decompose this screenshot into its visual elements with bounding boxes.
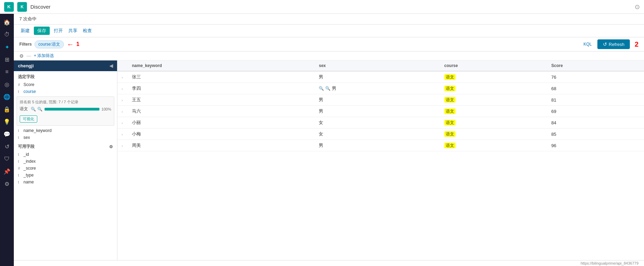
expand-cell[interactable]: › bbox=[117, 106, 128, 117]
field-stat-bar-wrap: 🔍 🔍 100% bbox=[31, 107, 111, 112]
table-row[interactable]: › 张三 男 语文 76 bbox=[117, 71, 644, 83]
save-button[interactable]: 保存 bbox=[34, 27, 50, 35]
cell-score: 96 bbox=[547, 140, 644, 151]
field-score[interactable]: # Score bbox=[14, 81, 117, 88]
new-button[interactable]: 新建 bbox=[19, 27, 31, 35]
cell-course: 语文 bbox=[440, 106, 547, 117]
field-_score[interactable]: # _score bbox=[14, 165, 117, 172]
table-row[interactable]: › 周美 男 语文 96 bbox=[117, 140, 644, 151]
collapse-arrow[interactable]: ◀ bbox=[109, 63, 113, 68]
field-stat-icons: 🔍 🔍 bbox=[31, 107, 42, 112]
course-tag: 语文 bbox=[444, 108, 455, 114]
cell-sex: 男 bbox=[315, 106, 440, 117]
nav-clock-icon[interactable]: ⏱ bbox=[1, 29, 12, 40]
field-_id[interactable]: t _id bbox=[14, 151, 117, 158]
app-title: Discover bbox=[30, 4, 631, 10]
cell-sex: 🔍 🔍 男 bbox=[315, 83, 440, 94]
settings-icon[interactable]: ⚙ bbox=[19, 53, 24, 59]
mag-icon-1[interactable]: 🔍 bbox=[319, 86, 324, 91]
available-fields-title: 可用字段 bbox=[18, 144, 35, 150]
expand-cell[interactable]: › bbox=[117, 94, 128, 106]
field-stat-pct: 100% bbox=[102, 107, 111, 111]
visualize-button[interactable]: 可视化 bbox=[20, 115, 37, 123]
field-type-_type: t bbox=[18, 173, 22, 177]
cell-sex: 男 bbox=[315, 71, 440, 83]
sidebar: chengji ◀ 选定字段 # Score t course 排名前 5 位的… bbox=[14, 60, 117, 260]
field-course[interactable]: t course bbox=[14, 88, 117, 95]
expand-cell[interactable]: › bbox=[117, 117, 128, 129]
open-button[interactable]: 打开 bbox=[52, 27, 64, 35]
nav-chat-icon[interactable]: 💬 bbox=[1, 129, 12, 140]
table-row[interactable]: › 马六 男 语文 69 bbox=[117, 106, 644, 117]
field-name[interactable]: t name bbox=[14, 179, 117, 186]
field-type-name: t bbox=[18, 180, 22, 184]
zoom-out-icon[interactable]: 🔍 bbox=[37, 107, 42, 112]
field-_type[interactable]: t _type bbox=[14, 172, 117, 179]
table-row[interactable]: › 小丽 女 语文 84 bbox=[117, 117, 644, 129]
filters-bar: Filters course:语文 ← 1 KQL ↺ Refresh 2 bbox=[14, 37, 644, 51]
expand-arrow[interactable]: › bbox=[122, 110, 123, 114]
field-detail-course: 排名前 5 位的值, 范围: 7 / 7 个记录 语文 🔍 🔍 100% bbox=[17, 96, 114, 126]
nav-globe-icon[interactable]: 🌐 bbox=[1, 91, 12, 102]
expand-arrow[interactable]: › bbox=[122, 98, 123, 102]
filter-tag-course[interactable]: course:语文 bbox=[35, 40, 64, 48]
nav-gear-icon[interactable]: ⚙ bbox=[1, 178, 12, 189]
field-type-_index: t bbox=[18, 159, 22, 163]
expand-cell[interactable]: › bbox=[117, 71, 128, 83]
field-_index[interactable]: t _index bbox=[14, 158, 117, 165]
expand-arrow[interactable]: › bbox=[122, 75, 123, 79]
cell-score: 85 bbox=[547, 129, 644, 140]
cell-score: 68 bbox=[547, 83, 644, 94]
course-tag: 语文 bbox=[444, 97, 455, 103]
expand-cell[interactable]: › bbox=[117, 129, 128, 140]
refresh-button[interactable]: ↺ Refresh bbox=[597, 39, 630, 49]
table-row[interactable]: › 李四 🔍 🔍 男 语文 68 bbox=[117, 83, 644, 94]
refresh-icon: ↺ bbox=[603, 41, 607, 47]
field-label-_type: _type bbox=[23, 173, 33, 178]
nav-bulb-icon[interactable]: 💡 bbox=[1, 116, 12, 127]
cell-course: 语文 bbox=[440, 71, 547, 83]
col-sex[interactable]: sex bbox=[315, 60, 440, 71]
nav-refresh-icon[interactable]: ↺ bbox=[1, 141, 12, 152]
nav-home-icon[interactable]: 🏠 bbox=[1, 17, 12, 28]
col-name-keyword[interactable]: name_keyword bbox=[128, 60, 315, 71]
col-course[interactable]: course bbox=[440, 60, 547, 71]
nav-grid-icon[interactable]: ⊞ bbox=[1, 54, 12, 65]
field-sex[interactable]: t sex bbox=[14, 134, 117, 141]
expand-cell[interactable]: › bbox=[117, 140, 128, 151]
inspect-button[interactable]: 检查 bbox=[81, 27, 93, 35]
nav-shield-icon[interactable]: 🛡 bbox=[1, 153, 12, 164]
nav-circle-icon[interactable]: ◎ bbox=[1, 79, 12, 90]
field-label-name: name bbox=[23, 180, 34, 184]
expand-arrow[interactable]: › bbox=[122, 121, 123, 125]
nav-list-icon[interactable]: ≡ bbox=[1, 66, 12, 77]
kql-button[interactable]: KQL bbox=[581, 41, 595, 47]
app-logo: K bbox=[4, 2, 14, 12]
course-tag: 语文 bbox=[444, 86, 455, 91]
course-tag: 语文 bbox=[444, 120, 455, 125]
share-button[interactable]: 共享 bbox=[67, 27, 79, 35]
field-type-_score: # bbox=[18, 166, 22, 170]
col-score[interactable]: Score bbox=[547, 60, 644, 71]
table-row[interactable]: › 王五 男 语文 81 bbox=[117, 94, 644, 106]
add-filter-link[interactable]: + 添加筛选 bbox=[34, 53, 54, 59]
zoom-in-icon[interactable]: 🔍 bbox=[31, 107, 36, 112]
cell-sex: 男 bbox=[315, 140, 440, 151]
table-row[interactable]: › 小梅 女 语文 85 bbox=[117, 129, 644, 140]
field-name-keyword[interactable]: t name_keyword bbox=[14, 127, 117, 134]
expand-arrow[interactable]: › bbox=[122, 87, 123, 91]
nav-check-icon[interactable]: ✦ bbox=[1, 41, 12, 53]
expand-cell[interactable]: › bbox=[117, 83, 128, 94]
available-fields-gear-icon[interactable]: ⚙ bbox=[109, 144, 113, 149]
settings-bar: ⚙ — + 添加筛选 bbox=[14, 51, 644, 60]
field-label-_score: _score bbox=[23, 166, 36, 171]
left-nav: 🏠 ⏱ ✦ ⊞ ≡ ◎ 🌐 🔒 💡 💬 ↺ 🛡 📌 ⚙ bbox=[0, 14, 14, 266]
expand-arrow[interactable]: › bbox=[122, 132, 123, 136]
cell-score: 84 bbox=[547, 117, 644, 129]
sub-header: 7 次命中 bbox=[14, 14, 644, 25]
nav-lock-icon[interactable]: 🔒 bbox=[1, 104, 12, 115]
expand-arrow[interactable]: › bbox=[122, 144, 123, 148]
nav-pin-icon[interactable]: 📌 bbox=[1, 166, 12, 177]
mag-icon-2[interactable]: 🔍 bbox=[325, 86, 330, 91]
field-stat-value-label: 语文 bbox=[20, 106, 28, 112]
